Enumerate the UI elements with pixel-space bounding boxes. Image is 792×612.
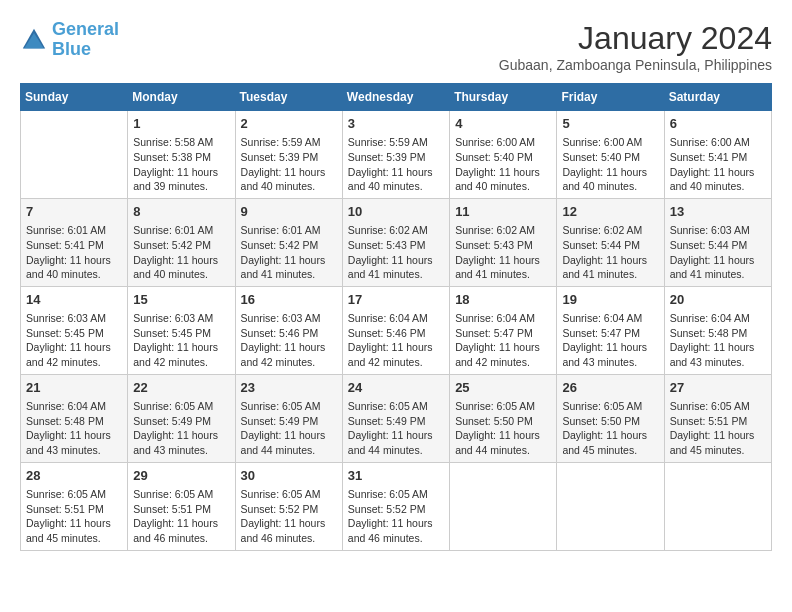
calendar-cell	[664, 462, 771, 550]
day-info: Sunrise: 6:05 AM Sunset: 5:50 PM Dayligh…	[455, 399, 551, 458]
day-number: 9	[241, 203, 337, 221]
day-number: 27	[670, 379, 766, 397]
header-day-friday: Friday	[557, 84, 664, 111]
day-info: Sunrise: 6:04 AM Sunset: 5:47 PM Dayligh…	[455, 311, 551, 370]
day-number: 28	[26, 467, 122, 485]
calendar-cell: 21Sunrise: 6:04 AM Sunset: 5:48 PM Dayli…	[21, 374, 128, 462]
calendar-cell: 27Sunrise: 6:05 AM Sunset: 5:51 PM Dayli…	[664, 374, 771, 462]
calendar-header-row: SundayMondayTuesdayWednesdayThursdayFrid…	[21, 84, 772, 111]
day-info: Sunrise: 6:01 AM Sunset: 5:42 PM Dayligh…	[133, 223, 229, 282]
calendar-cell: 25Sunrise: 6:05 AM Sunset: 5:50 PM Dayli…	[450, 374, 557, 462]
day-number: 6	[670, 115, 766, 133]
calendar-cell: 3Sunrise: 5:59 AM Sunset: 5:39 PM Daylig…	[342, 111, 449, 199]
calendar-cell: 16Sunrise: 6:03 AM Sunset: 5:46 PM Dayli…	[235, 286, 342, 374]
day-info: Sunrise: 5:59 AM Sunset: 5:39 PM Dayligh…	[241, 135, 337, 194]
header-day-sunday: Sunday	[21, 84, 128, 111]
day-number: 25	[455, 379, 551, 397]
calendar-cell: 20Sunrise: 6:04 AM Sunset: 5:48 PM Dayli…	[664, 286, 771, 374]
day-info: Sunrise: 6:01 AM Sunset: 5:41 PM Dayligh…	[26, 223, 122, 282]
calendar-cell: 28Sunrise: 6:05 AM Sunset: 5:51 PM Dayli…	[21, 462, 128, 550]
day-info: Sunrise: 6:05 AM Sunset: 5:52 PM Dayligh…	[348, 487, 444, 546]
calendar-table: SundayMondayTuesdayWednesdayThursdayFrid…	[20, 83, 772, 551]
calendar-cell: 15Sunrise: 6:03 AM Sunset: 5:45 PM Dayli…	[128, 286, 235, 374]
day-number: 31	[348, 467, 444, 485]
calendar-cell: 30Sunrise: 6:05 AM Sunset: 5:52 PM Dayli…	[235, 462, 342, 550]
day-number: 1	[133, 115, 229, 133]
day-number: 11	[455, 203, 551, 221]
day-number: 23	[241, 379, 337, 397]
calendar-cell	[450, 462, 557, 550]
day-number: 29	[133, 467, 229, 485]
day-number: 20	[670, 291, 766, 309]
day-number: 8	[133, 203, 229, 221]
logo-icon	[20, 26, 48, 54]
calendar-cell: 12Sunrise: 6:02 AM Sunset: 5:44 PM Dayli…	[557, 198, 664, 286]
day-info: Sunrise: 6:05 AM Sunset: 5:51 PM Dayligh…	[133, 487, 229, 546]
day-number: 18	[455, 291, 551, 309]
day-info: Sunrise: 6:05 AM Sunset: 5:51 PM Dayligh…	[26, 487, 122, 546]
calendar-week-row: 14Sunrise: 6:03 AM Sunset: 5:45 PM Dayli…	[21, 286, 772, 374]
day-number: 2	[241, 115, 337, 133]
day-info: Sunrise: 6:01 AM Sunset: 5:42 PM Dayligh…	[241, 223, 337, 282]
header-day-monday: Monday	[128, 84, 235, 111]
calendar-cell: 18Sunrise: 6:04 AM Sunset: 5:47 PM Dayli…	[450, 286, 557, 374]
calendar-cell: 31Sunrise: 6:05 AM Sunset: 5:52 PM Dayli…	[342, 462, 449, 550]
calendar-week-row: 21Sunrise: 6:04 AM Sunset: 5:48 PM Dayli…	[21, 374, 772, 462]
calendar-cell: 13Sunrise: 6:03 AM Sunset: 5:44 PM Dayli…	[664, 198, 771, 286]
header-day-tuesday: Tuesday	[235, 84, 342, 111]
logo: General Blue	[20, 20, 119, 60]
calendar-week-row: 28Sunrise: 6:05 AM Sunset: 5:51 PM Dayli…	[21, 462, 772, 550]
calendar-cell: 10Sunrise: 6:02 AM Sunset: 5:43 PM Dayli…	[342, 198, 449, 286]
calendar-cell: 19Sunrise: 6:04 AM Sunset: 5:47 PM Dayli…	[557, 286, 664, 374]
header-day-thursday: Thursday	[450, 84, 557, 111]
calendar-week-row: 7Sunrise: 6:01 AM Sunset: 5:41 PM Daylig…	[21, 198, 772, 286]
calendar-cell: 6Sunrise: 6:00 AM Sunset: 5:41 PM Daylig…	[664, 111, 771, 199]
header-day-saturday: Saturday	[664, 84, 771, 111]
day-info: Sunrise: 6:03 AM Sunset: 5:45 PM Dayligh…	[26, 311, 122, 370]
day-number: 4	[455, 115, 551, 133]
calendar-cell: 1Sunrise: 5:58 AM Sunset: 5:38 PM Daylig…	[128, 111, 235, 199]
calendar-cell: 4Sunrise: 6:00 AM Sunset: 5:40 PM Daylig…	[450, 111, 557, 199]
calendar-cell: 24Sunrise: 6:05 AM Sunset: 5:49 PM Dayli…	[342, 374, 449, 462]
day-info: Sunrise: 6:05 AM Sunset: 5:52 PM Dayligh…	[241, 487, 337, 546]
day-number: 26	[562, 379, 658, 397]
day-info: Sunrise: 6:04 AM Sunset: 5:47 PM Dayligh…	[562, 311, 658, 370]
day-info: Sunrise: 6:00 AM Sunset: 5:40 PM Dayligh…	[455, 135, 551, 194]
day-info: Sunrise: 6:03 AM Sunset: 5:45 PM Dayligh…	[133, 311, 229, 370]
day-info: Sunrise: 6:03 AM Sunset: 5:46 PM Dayligh…	[241, 311, 337, 370]
day-number: 12	[562, 203, 658, 221]
day-number: 10	[348, 203, 444, 221]
svg-marker-1	[24, 33, 44, 48]
day-info: Sunrise: 5:58 AM Sunset: 5:38 PM Dayligh…	[133, 135, 229, 194]
calendar-cell: 14Sunrise: 6:03 AM Sunset: 5:45 PM Dayli…	[21, 286, 128, 374]
title-area: January 2024 Gubaan, Zamboanga Peninsula…	[499, 20, 772, 73]
calendar-week-row: 1Sunrise: 5:58 AM Sunset: 5:38 PM Daylig…	[21, 111, 772, 199]
day-info: Sunrise: 6:02 AM Sunset: 5:44 PM Dayligh…	[562, 223, 658, 282]
calendar-cell: 22Sunrise: 6:05 AM Sunset: 5:49 PM Dayli…	[128, 374, 235, 462]
day-info: Sunrise: 6:00 AM Sunset: 5:40 PM Dayligh…	[562, 135, 658, 194]
day-info: Sunrise: 6:04 AM Sunset: 5:48 PM Dayligh…	[670, 311, 766, 370]
day-info: Sunrise: 6:04 AM Sunset: 5:48 PM Dayligh…	[26, 399, 122, 458]
day-number: 13	[670, 203, 766, 221]
day-number: 24	[348, 379, 444, 397]
month-title: January 2024	[499, 20, 772, 57]
day-number: 5	[562, 115, 658, 133]
calendar-cell	[557, 462, 664, 550]
calendar-cell: 17Sunrise: 6:04 AM Sunset: 5:46 PM Dayli…	[342, 286, 449, 374]
day-number: 30	[241, 467, 337, 485]
page-header: General Blue January 2024 Gubaan, Zamboa…	[20, 20, 772, 73]
calendar-cell	[21, 111, 128, 199]
calendar-cell: 5Sunrise: 6:00 AM Sunset: 5:40 PM Daylig…	[557, 111, 664, 199]
day-number: 19	[562, 291, 658, 309]
day-number: 3	[348, 115, 444, 133]
day-info: Sunrise: 6:02 AM Sunset: 5:43 PM Dayligh…	[455, 223, 551, 282]
calendar-cell: 23Sunrise: 6:05 AM Sunset: 5:49 PM Dayli…	[235, 374, 342, 462]
day-number: 7	[26, 203, 122, 221]
calendar-cell: 11Sunrise: 6:02 AM Sunset: 5:43 PM Dayli…	[450, 198, 557, 286]
day-number: 15	[133, 291, 229, 309]
day-info: Sunrise: 6:00 AM Sunset: 5:41 PM Dayligh…	[670, 135, 766, 194]
day-number: 22	[133, 379, 229, 397]
day-info: Sunrise: 5:59 AM Sunset: 5:39 PM Dayligh…	[348, 135, 444, 194]
day-number: 14	[26, 291, 122, 309]
location-title: Gubaan, Zamboanga Peninsula, Philippines	[499, 57, 772, 73]
